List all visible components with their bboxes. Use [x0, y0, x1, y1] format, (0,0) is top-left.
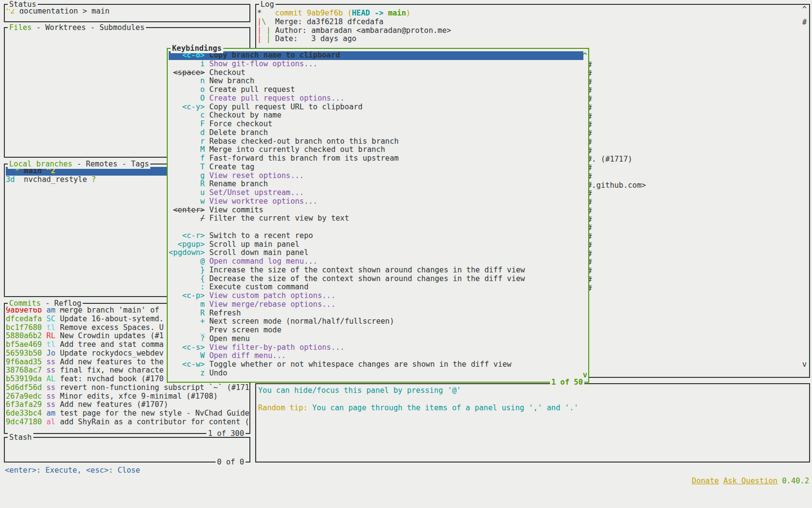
keybinding-row[interactable]: ?Open menu [169, 335, 583, 344]
status-panel-title: Status [8, 0, 38, 9]
keybinding-row[interactable]: iShow git-flow options... [169, 60, 583, 69]
log-scroll-up-marker: ^ [802, 5, 807, 14]
keybinding-key: u [169, 189, 205, 197]
keybinding-row[interactable]: RRefresh [169, 309, 583, 318]
keybinding-row[interactable]: +Next screen mode (normal/half/fullscree… [169, 317, 583, 326]
branches-panel-title: Local branches - Remotes - Tags [8, 159, 150, 169]
keybinding-row[interactable]: uSet/Unset upstream... [169, 189, 583, 197]
files-panel-title: Files - Worktrees - Submodules [8, 23, 146, 32]
keybinding-key: @ [169, 257, 205, 266]
keybinding-row[interactable]: <pgup>Scroll up main panel [169, 240, 583, 249]
keybinding-description: Decrease the size of the context shown a… [209, 275, 525, 283]
commit-author-initials: ss [46, 384, 56, 392]
stash-panel[interactable]: Stash 0 of 0 [4, 437, 250, 463]
keybinding-key: R [169, 309, 205, 318]
keybindings-popup[interactable]: Keybindings <c-o>Copy branch name to cli… [167, 48, 589, 383]
keybinding-row[interactable]: fFast-forward this branch from its upstr… [169, 154, 583, 163]
log-overflow-line: # [587, 121, 646, 130]
commit-hash: dfcedafa [6, 315, 42, 323]
keybinding-row[interactable]: wView worktree options... [169, 197, 583, 206]
log-line: | | Author: ambaradan <ambaradan@proton.… [257, 27, 809, 35]
keybinding-key: <c-s> [169, 344, 205, 352]
log-overflow-line: # [587, 70, 646, 78]
commit-hash: 38768ac7 [6, 366, 42, 374]
keybinding-description: View reset options... [209, 172, 304, 180]
keybindings-popup-title: Keybindings [171, 44, 223, 53]
keybinding-row[interactable]: mView merge/rebase options... [169, 300, 583, 309]
branch-name: nvchad_restyle [15, 176, 87, 184]
keybinding-row[interactable]: @Open command log menu... [169, 257, 583, 266]
version-label: 0.40.2 [782, 477, 809, 485]
keybinding-row[interactable]: _Prev screen mode [169, 326, 583, 335]
keybinding-row[interactable]: dDelete branch [169, 129, 583, 137]
commit-message: test page for the new style - NvChad Gui… [60, 409, 249, 418]
keybinding-description: Switch to a recent repo [209, 232, 313, 240]
info-panel[interactable]: You can hide/focus this panel by pressin… [255, 383, 810, 463]
keybinding-row[interactable]: FForce checkout [169, 120, 583, 129]
keybinding-row[interactable]: oCreate pull request [169, 86, 583, 94]
ask-question-link[interactable]: Ask Question [724, 477, 778, 485]
donate-link[interactable]: Donate [692, 477, 719, 485]
commit-row[interactable]: 6f3afa29 ss Add new features (#1707) [6, 401, 249, 409]
keybinding-row[interactable]: <c-p>View custom patch options... [169, 292, 583, 300]
keybinding-key: f [169, 154, 205, 163]
keybinding-row[interactable]: <space>Checkout [169, 69, 583, 77]
keybinding-row[interactable]: <c-w>Toggle whether or not whitespace ch… [169, 360, 583, 369]
commit-hash: 5d6df56d [6, 384, 42, 392]
random-tip-line: Random tip: You can page through the ite… [258, 404, 809, 413]
commits-panel-title: Commits - Reflog [8, 299, 83, 308]
branch-flag: ? [87, 176, 96, 184]
log-overflow-column: ############. (#1717)###.github.com>####… [587, 61, 646, 293]
keybinding-row[interactable]: :Execute custom command [169, 283, 583, 292]
status-panel[interactable]: Status ^2 documentation > main [4, 4, 250, 22]
keybinding-key: <space> [169, 69, 205, 77]
log-overflow-line: # [587, 224, 646, 233]
keybinding-row[interactable]: <pgdown>Scroll down main panel [169, 249, 583, 257]
keybinding-row[interactable]: WOpen diff menu... [169, 352, 583, 360]
keybinding-row[interactable]: zUndo [169, 369, 583, 378]
keybinding-row[interactable]: <c-y>Copy pull request URL to clipboard [169, 103, 583, 112]
keybinding-row[interactable]: <c-s>View filter-by-path options... [169, 344, 583, 352]
keybinding-key: F [169, 120, 205, 129]
commit-hash: 267a9edc [6, 392, 42, 401]
keybinding-row[interactable]: rRebase checked-out branch onto this bra… [169, 137, 583, 146]
keybinding-key: c [169, 111, 205, 120]
keybinding-row[interactable]: {Decrease the size of the context shown … [169, 275, 583, 284]
commit-message: final fix, new characte [60, 366, 164, 374]
keybinding-row[interactable]: <enter>View commits [169, 206, 583, 215]
keybinding-row[interactable]: MMerge into currently checked out branch [169, 146, 583, 154]
log-overflow-line: # [587, 216, 646, 224]
keybinding-key: <pgdown> [169, 249, 205, 257]
keybinding-row[interactable]: }Increase the size of the context shown … [169, 266, 583, 275]
log-overflow-line: # [587, 78, 646, 87]
keybinding-row[interactable]: cCheckout by name [169, 111, 583, 120]
log-hash-marker: # [802, 18, 807, 27]
keybinding-description: View custom patch options... [209, 292, 335, 300]
keybinding-row[interactable]: OCreate pull request options... [169, 94, 583, 103]
keybinding-row[interactable]: /Filter the current view by text [169, 214, 583, 223]
commit-message: feat: nvchad book (#170 [60, 375, 164, 383]
keybinding-key: _ [169, 326, 205, 335]
keybinding-description: Checkout by name [209, 111, 281, 120]
keybinding-row[interactable] [169, 223, 583, 232]
keybinding-description: Open command log menu... [209, 257, 318, 266]
random-tip-text: You can page through the items of a pane… [312, 404, 579, 412]
keybinding-description: Increase the size of the context shown a… [209, 266, 525, 274]
commit-row[interactable]: 6de33bc4 am test page for the new style … [6, 409, 249, 418]
commit-message: New Crowdin updates (#1 [60, 332, 164, 340]
keybinding-row[interactable]: TCreate tag [169, 163, 583, 172]
keybinding-key: m [169, 300, 205, 309]
keybinding-row[interactable]: gView reset options... [169, 172, 583, 180]
keybinding-row[interactable]: <c-o>Copy branch name to clipboard [169, 51, 583, 60]
log-panel-title: Log [259, 0, 276, 9]
keybinding-row[interactable]: <c-r>Switch to a recent repo [169, 232, 583, 240]
commit-author-initials: ss [46, 366, 56, 374]
commit-row[interactable]: 9dc47180 al add ShyRain as a contributor… [6, 418, 249, 427]
bottom-keybind-hint: <enter>: Execute, <esc>: Close [5, 465, 140, 476]
keybinding-row[interactable]: RRename branch [169, 180, 583, 189]
commit-row[interactable]: 5d6df56d ss revert non-functioning subsc… [6, 384, 249, 392]
log-overflow-line: # [587, 284, 646, 293]
keybinding-description: View commits [209, 206, 263, 214]
keybinding-row[interactable]: nNew branch [169, 77, 583, 86]
commit-row[interactable]: 267a9edc ss Minor edits, xfce 9-minimal … [6, 392, 249, 401]
